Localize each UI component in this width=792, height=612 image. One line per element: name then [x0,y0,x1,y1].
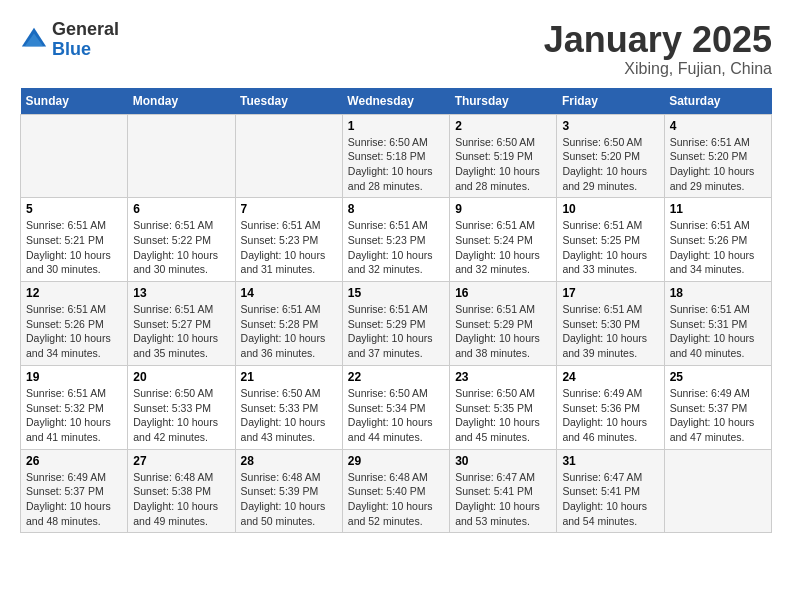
day-info: Sunrise: 6:51 AM Sunset: 5:32 PM Dayligh… [26,386,122,445]
calendar-week-5: 26Sunrise: 6:49 AM Sunset: 5:37 PM Dayli… [21,449,772,533]
day-number: 5 [26,202,122,216]
day-info: Sunrise: 6:51 AM Sunset: 5:23 PM Dayligh… [348,218,444,277]
day-number: 20 [133,370,229,384]
title-area: January 2025 Xibing, Fujian, China [544,20,772,78]
calendar-cell: 24Sunrise: 6:49 AM Sunset: 5:36 PM Dayli… [557,365,664,449]
day-info: Sunrise: 6:48 AM Sunset: 5:40 PM Dayligh… [348,470,444,529]
calendar-cell: 30Sunrise: 6:47 AM Sunset: 5:41 PM Dayli… [450,449,557,533]
day-number: 29 [348,454,444,468]
day-number: 13 [133,286,229,300]
day-info: Sunrise: 6:50 AM Sunset: 5:35 PM Dayligh… [455,386,551,445]
day-info: Sunrise: 6:51 AM Sunset: 5:22 PM Dayligh… [133,218,229,277]
calendar-week-2: 5Sunrise: 6:51 AM Sunset: 5:21 PM Daylig… [21,198,772,282]
calendar-cell: 7Sunrise: 6:51 AM Sunset: 5:23 PM Daylig… [235,198,342,282]
calendar-cell: 17Sunrise: 6:51 AM Sunset: 5:30 PM Dayli… [557,282,664,366]
day-info: Sunrise: 6:49 AM Sunset: 5:37 PM Dayligh… [670,386,766,445]
day-info: Sunrise: 6:51 AM Sunset: 5:30 PM Dayligh… [562,302,658,361]
day-number: 25 [670,370,766,384]
day-number: 31 [562,454,658,468]
logo: General Blue [20,20,119,60]
day-number: 26 [26,454,122,468]
page-header: General Blue January 2025 Xibing, Fujian… [20,20,772,78]
day-info: Sunrise: 6:50 AM Sunset: 5:33 PM Dayligh… [133,386,229,445]
day-number: 30 [455,454,551,468]
day-number: 9 [455,202,551,216]
calendar-header: Sunday Monday Tuesday Wednesday Thursday… [21,88,772,115]
calendar-cell: 1Sunrise: 6:50 AM Sunset: 5:18 PM Daylig… [342,114,449,198]
header-friday: Friday [557,88,664,115]
calendar-cell: 8Sunrise: 6:51 AM Sunset: 5:23 PM Daylig… [342,198,449,282]
header-monday: Monday [128,88,235,115]
day-info: Sunrise: 6:51 AM Sunset: 5:26 PM Dayligh… [670,218,766,277]
calendar-week-1: 1Sunrise: 6:50 AM Sunset: 5:18 PM Daylig… [21,114,772,198]
calendar-cell: 22Sunrise: 6:50 AM Sunset: 5:34 PM Dayli… [342,365,449,449]
day-info: Sunrise: 6:51 AM Sunset: 5:21 PM Dayligh… [26,218,122,277]
day-number: 16 [455,286,551,300]
day-number: 23 [455,370,551,384]
calendar-cell: 16Sunrise: 6:51 AM Sunset: 5:29 PM Dayli… [450,282,557,366]
day-info: Sunrise: 6:51 AM Sunset: 5:25 PM Dayligh… [562,218,658,277]
logo-blue: Blue [52,40,119,60]
day-number: 11 [670,202,766,216]
month-title: January 2025 [544,20,772,60]
header-saturday: Saturday [664,88,771,115]
day-number: 19 [26,370,122,384]
day-number: 7 [241,202,337,216]
calendar-body: 1Sunrise: 6:50 AM Sunset: 5:18 PM Daylig… [21,114,772,533]
day-number: 15 [348,286,444,300]
header-row: Sunday Monday Tuesday Wednesday Thursday… [21,88,772,115]
header-tuesday: Tuesday [235,88,342,115]
day-info: Sunrise: 6:49 AM Sunset: 5:37 PM Dayligh… [26,470,122,529]
day-number: 1 [348,119,444,133]
calendar-cell: 9Sunrise: 6:51 AM Sunset: 5:24 PM Daylig… [450,198,557,282]
calendar-week-4: 19Sunrise: 6:51 AM Sunset: 5:32 PM Dayli… [21,365,772,449]
day-number: 28 [241,454,337,468]
calendar-cell: 28Sunrise: 6:48 AM Sunset: 5:39 PM Dayli… [235,449,342,533]
logo-icon [20,26,48,54]
calendar-cell [235,114,342,198]
calendar-cell: 31Sunrise: 6:47 AM Sunset: 5:41 PM Dayli… [557,449,664,533]
day-info: Sunrise: 6:51 AM Sunset: 5:28 PM Dayligh… [241,302,337,361]
calendar-cell [21,114,128,198]
day-number: 24 [562,370,658,384]
day-info: Sunrise: 6:50 AM Sunset: 5:18 PM Dayligh… [348,135,444,194]
day-number: 18 [670,286,766,300]
logo-general: General [52,20,119,40]
header-thursday: Thursday [450,88,557,115]
calendar-cell [128,114,235,198]
calendar-cell: 14Sunrise: 6:51 AM Sunset: 5:28 PM Dayli… [235,282,342,366]
calendar-cell: 6Sunrise: 6:51 AM Sunset: 5:22 PM Daylig… [128,198,235,282]
day-info: Sunrise: 6:51 AM Sunset: 5:29 PM Dayligh… [455,302,551,361]
calendar-cell [664,449,771,533]
day-number: 10 [562,202,658,216]
calendar-cell: 12Sunrise: 6:51 AM Sunset: 5:26 PM Dayli… [21,282,128,366]
day-number: 27 [133,454,229,468]
calendar-cell: 3Sunrise: 6:50 AM Sunset: 5:20 PM Daylig… [557,114,664,198]
header-sunday: Sunday [21,88,128,115]
day-info: Sunrise: 6:50 AM Sunset: 5:34 PM Dayligh… [348,386,444,445]
logo-text: General Blue [52,20,119,60]
day-info: Sunrise: 6:49 AM Sunset: 5:36 PM Dayligh… [562,386,658,445]
day-info: Sunrise: 6:51 AM Sunset: 5:29 PM Dayligh… [348,302,444,361]
calendar-cell: 27Sunrise: 6:48 AM Sunset: 5:38 PM Dayli… [128,449,235,533]
day-info: Sunrise: 6:51 AM Sunset: 5:23 PM Dayligh… [241,218,337,277]
day-info: Sunrise: 6:51 AM Sunset: 5:20 PM Dayligh… [670,135,766,194]
day-info: Sunrise: 6:50 AM Sunset: 5:33 PM Dayligh… [241,386,337,445]
calendar-cell: 26Sunrise: 6:49 AM Sunset: 5:37 PM Dayli… [21,449,128,533]
day-info: Sunrise: 6:51 AM Sunset: 5:27 PM Dayligh… [133,302,229,361]
day-info: Sunrise: 6:51 AM Sunset: 5:26 PM Dayligh… [26,302,122,361]
day-number: 14 [241,286,337,300]
day-info: Sunrise: 6:47 AM Sunset: 5:41 PM Dayligh… [455,470,551,529]
calendar-cell: 4Sunrise: 6:51 AM Sunset: 5:20 PM Daylig… [664,114,771,198]
day-number: 8 [348,202,444,216]
calendar-cell: 18Sunrise: 6:51 AM Sunset: 5:31 PM Dayli… [664,282,771,366]
calendar-cell: 13Sunrise: 6:51 AM Sunset: 5:27 PM Dayli… [128,282,235,366]
calendar-week-3: 12Sunrise: 6:51 AM Sunset: 5:26 PM Dayli… [21,282,772,366]
day-number: 22 [348,370,444,384]
day-info: Sunrise: 6:48 AM Sunset: 5:38 PM Dayligh… [133,470,229,529]
day-info: Sunrise: 6:51 AM Sunset: 5:24 PM Dayligh… [455,218,551,277]
calendar-cell: 20Sunrise: 6:50 AM Sunset: 5:33 PM Dayli… [128,365,235,449]
calendar-cell: 21Sunrise: 6:50 AM Sunset: 5:33 PM Dayli… [235,365,342,449]
calendar-cell: 10Sunrise: 6:51 AM Sunset: 5:25 PM Dayli… [557,198,664,282]
calendar-cell: 29Sunrise: 6:48 AM Sunset: 5:40 PM Dayli… [342,449,449,533]
